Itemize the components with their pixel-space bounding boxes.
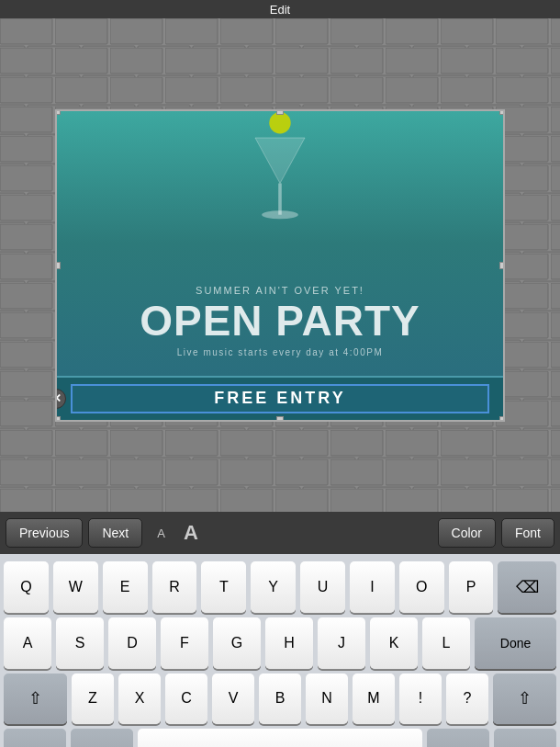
- live-music-text: Live music starts every day at 4:00PM: [57, 347, 503, 357]
- resize-handle-tr[interactable]: [499, 109, 505, 115]
- previous-button[interactable]: Previous: [6, 518, 83, 548]
- key-f[interactable]: F: [161, 617, 208, 669]
- key-z[interactable]: Z: [72, 673, 114, 725]
- keyboard-row-1: Q W E R T Y U I O P ⌫: [4, 561, 556, 613]
- svg-point-5: [269, 112, 290, 133]
- key-p[interactable]: P: [449, 561, 494, 613]
- key-o[interactable]: O: [399, 561, 444, 613]
- key-v[interactable]: V: [212, 673, 254, 725]
- key-s[interactable]: S: [56, 617, 104, 669]
- poster: SUMMER AIN'T OVER YET! OPEN PARTY Live m…: [55, 109, 505, 422]
- next-button[interactable]: Next: [88, 518, 142, 548]
- key-t[interactable]: T: [201, 561, 246, 613]
- key-keyboard-dismiss[interactable]: ⌨: [494, 729, 556, 747]
- key-c[interactable]: C: [165, 673, 207, 725]
- key-y[interactable]: Y: [251, 561, 296, 613]
- summer-text: SUMMER AIN'T OVER YET!: [57, 285, 503, 296]
- key-h[interactable]: H: [265, 617, 313, 669]
- key-done[interactable]: Done: [475, 617, 556, 669]
- resize-handle-tl[interactable]: [55, 109, 61, 115]
- key-numbers-right[interactable]: .?123: [427, 729, 489, 747]
- resize-handle-mr[interactable]: [499, 262, 505, 269]
- svg-point-8: [262, 210, 298, 219]
- key-shift-left[interactable]: ⇧: [4, 673, 67, 725]
- free-entry-input[interactable]: [114, 389, 446, 408]
- toolbar: Previous Next A A Color Font: [0, 512, 560, 554]
- canvas-area: SUMMER AIN'T OVER YET! OPEN PARTY Live m…: [0, 18, 560, 512]
- svg-rect-7: [278, 183, 282, 214]
- poster-top: SUMMER AIN'T OVER YET! OPEN PARTY Live m…: [57, 111, 503, 376]
- key-question[interactable]: ?: [446, 673, 488, 725]
- key-globe[interactable]: 🌐: [71, 729, 133, 747]
- key-backspace[interactable]: ⌫: [498, 561, 556, 613]
- key-a[interactable]: A: [4, 617, 51, 669]
- poster-bottom: ✕: [57, 376, 503, 420]
- text-box-selected[interactable]: [71, 384, 489, 413]
- key-i[interactable]: I: [350, 561, 395, 613]
- top-bar: Edit: [0, 0, 560, 18]
- font-size-controls: A A: [151, 519, 204, 547]
- key-shift-right[interactable]: ⇧: [493, 673, 556, 725]
- key-numbers-left[interactable]: .?123: [4, 729, 66, 747]
- key-j[interactable]: J: [318, 617, 365, 669]
- resize-handle-br[interactable]: [499, 416, 505, 422]
- resize-handle-tm[interactable]: [276, 109, 284, 115]
- key-d[interactable]: D: [108, 617, 156, 669]
- key-space[interactable]: [138, 729, 422, 747]
- poster-text-area: SUMMER AIN'T OVER YET! OPEN PARTY Live m…: [57, 285, 503, 357]
- key-k[interactable]: K: [370, 617, 418, 669]
- key-w[interactable]: W: [53, 561, 98, 613]
- key-l[interactable]: L: [422, 617, 470, 669]
- key-u[interactable]: U: [300, 561, 345, 613]
- color-button[interactable]: Color: [438, 518, 496, 548]
- key-x[interactable]: X: [118, 673, 161, 725]
- key-m[interactable]: M: [353, 673, 395, 725]
- key-r[interactable]: R: [152, 561, 197, 613]
- font-button[interactable]: Font: [501, 518, 554, 548]
- key-exclamation[interactable]: !: [399, 673, 442, 725]
- page-title: Edit: [270, 3, 290, 17]
- resize-handle-bm[interactable]: [276, 416, 284, 422]
- key-g[interactable]: G: [213, 617, 261, 669]
- open-party-text: OPEN PARTY: [57, 300, 503, 342]
- key-n[interactable]: N: [306, 673, 348, 725]
- keyboard-row-2: A S D F G H J K L Done: [4, 617, 556, 669]
- key-b[interactable]: B: [259, 673, 301, 725]
- resize-handle-bl[interactable]: [55, 416, 61, 422]
- font-decrease-button[interactable]: A: [151, 525, 171, 542]
- key-e[interactable]: E: [103, 561, 148, 613]
- keyboard-row-bottom: .?123 🌐 .?123 ⌨: [4, 729, 556, 747]
- font-increase-button[interactable]: A: [178, 519, 204, 547]
- keyboard-row-3: ⇧ Z X C V B N M ! ? ⇧: [4, 673, 556, 725]
- keyboard: Q W E R T Y U I O P ⌫ A S D F G H J K L …: [0, 554, 560, 747]
- svg-marker-6: [255, 138, 305, 184]
- close-button[interactable]: ✕: [55, 389, 66, 409]
- key-q[interactable]: Q: [4, 561, 49, 613]
- resize-handle-ml[interactable]: [55, 262, 61, 269]
